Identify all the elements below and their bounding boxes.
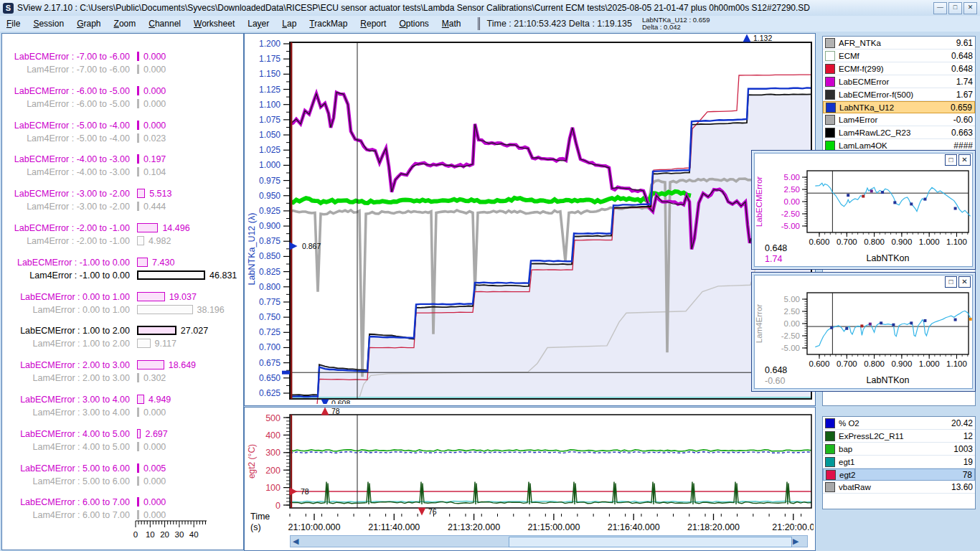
histogram-bin-value: 0.197	[143, 154, 166, 164]
svg-text:LabNTKa_U12 (λ): LabNTKa_U12 (λ)	[247, 213, 257, 286]
scrollbar-thumb[interactable]	[509, 537, 792, 547]
histogram-row-lam: Lam4Error : -4.00 to -3.000.104	[2, 166, 243, 178]
histogram-bin-value: 0.000	[143, 86, 166, 96]
svg-text:40: 40	[189, 530, 199, 539]
channel-value: 13.60	[951, 482, 973, 492]
histogram-bin-label: Lam4Error : 1.00 to 2.00	[2, 339, 130, 349]
svg-text:1.075: 1.075	[259, 115, 281, 125]
menu-lap[interactable]: Lap	[275, 17, 303, 30]
channel-name: LamLam4OK	[839, 141, 953, 150]
channel-name: Lam4Error	[839, 116, 953, 124]
overlay2-close-button[interactable]: ✕	[958, 276, 971, 288]
svg-text:2.50: 2.50	[784, 307, 800, 316]
svg-text:0.800: 0.800	[864, 237, 885, 246]
svg-text:21:15:00.000: 21:15:00.000	[527, 522, 580, 532]
svg-text:0.867: 0.867	[302, 242, 321, 250]
main-chart[interactable]: 1.2001.1751.1501.1251.1001.0751.0501.025…	[245, 34, 814, 404]
channel-name: ECMf	[839, 52, 951, 60]
menu-trackmap[interactable]: TrackMap	[303, 17, 354, 30]
histogram-bar	[137, 360, 164, 369]
menu-zoom[interactable]: Zoom	[108, 17, 143, 30]
scrollbar-right-arrow-icon[interactable]: ▶	[793, 537, 798, 546]
menu-channel[interactable]: Channel	[142, 17, 187, 30]
histogram-row-lam: Lam4Error : -6.00 to -5.000.000	[2, 98, 243, 110]
menu-file[interactable]: File	[0, 17, 27, 30]
overlay-window-lam4error[interactable]: □ ✕ 5.002.500.00-2.50-5.000.6000.7000.80…	[751, 272, 976, 392]
histogram-bar	[137, 270, 205, 280]
histogram-bin-label: LabECMError : 6.00 to 7.00	[2, 497, 130, 507]
sview-application-window: S SView 2.17.10 : C:\Users\Public\Docume…	[0, 0, 980, 551]
menu-layer[interactable]: Layer	[241, 17, 275, 30]
minimize-button[interactable]: —	[933, 2, 947, 14]
menu-math[interactable]: Math	[435, 17, 468, 30]
svg-text:0.700: 0.700	[259, 342, 281, 352]
histogram-bar	[137, 86, 139, 95]
legend-row--o2[interactable]: % O220.42	[823, 417, 975, 430]
menu-options[interactable]: Options	[392, 17, 435, 30]
histogram-bin-value: 5.513	[149, 189, 171, 199]
histogram-bar	[137, 463, 139, 473]
overlay1-close-button[interactable]: ✕	[958, 154, 971, 166]
histogram-bar	[137, 133, 139, 143]
channel-name: Lam4RawL2C_R23	[839, 128, 951, 137]
histogram-bin-value: 0.000	[143, 497, 166, 507]
histogram-row-ecm: LabECMError : 3.00 to 4.004.949	[2, 394, 243, 405]
histogram-row-lam: Lam4Error : -2.00 to -1.004.982	[2, 235, 243, 247]
overlay-window-labecmerror[interactable]: □ ✕ 5.002.500.00-2.50-5.000.6000.7000.80…	[751, 150, 976, 270]
legend-row-labntka-u12[interactable]: LabNTKa_U120.659	[823, 101, 975, 113]
histogram-bin-value: 0.444	[143, 202, 166, 212]
legend-row-vbatraw[interactable]: vbatRaw13.60	[823, 481, 975, 494]
labecmerror-vs-labntkon-chart[interactable]: 5.002.500.00-2.50-5.000.6000.7000.8000.9…	[755, 154, 974, 266]
channel-color-swatch	[825, 457, 835, 467]
legend-row-egt1[interactable]: egt119	[823, 456, 975, 468]
close-button[interactable]: ✕	[963, 2, 977, 14]
lam4error-vs-labntkon-chart[interactable]: 5.002.500.00-2.50-5.000.6000.7000.8000.9…	[755, 276, 974, 388]
svg-text:0.00: 0.00	[784, 319, 800, 328]
legend-row-bap[interactable]: bap1003	[823, 443, 975, 456]
overlay1-maximize-button[interactable]: □	[945, 154, 957, 166]
histogram-bin-value: 19.037	[169, 292, 197, 302]
legend-row-ecmf-f-299-[interactable]: ECMf-f(299)0.648	[823, 62, 975, 75]
histogram-row-ecm: LabECMError : -1.00 to 0.007.430	[2, 257, 243, 268]
overlay2-maximize-button[interactable]: □	[945, 276, 957, 288]
main-chart-panel[interactable]: 1.2001.1751.1501.1251.1001.0751.0501.025…	[244, 33, 816, 406]
legend-row-egt2[interactable]: egt278	[823, 468, 975, 481]
legend-row-lam4error[interactable]: Lam4Error-0.60	[823, 113, 975, 126]
histogram-bin-label: LabECMError : 0.00 to 1.00	[2, 292, 130, 302]
legend-row-labecmerror-f-500-[interactable]: LabECMError-f(500)1.67	[823, 88, 975, 101]
histogram-row-ecm: LabECMError : -2.00 to -1.0014.496	[2, 222, 243, 234]
menu-graph[interactable]: Graph	[70, 17, 107, 30]
svg-text:0.700: 0.700	[837, 237, 857, 246]
time-scrollbar[interactable]: ◀ ▶	[290, 535, 808, 547]
restore-button[interactable]: □	[948, 2, 962, 14]
egt-chart[interactable]: 5004003002001000egt2 (°C)21:10:00.00021:…	[245, 408, 814, 534]
svg-text:1.100: 1.100	[946, 237, 967, 246]
bottom-chart-panel[interactable]: 5004003002001000egt2 (°C)21:10:00.00021:…	[244, 407, 816, 551]
histogram-row-lam: Lam4Error : 1.00 to 2.009.117	[2, 338, 243, 349]
histogram-bar	[137, 373, 139, 382]
menu-worksheet[interactable]: Worksheet	[187, 17, 241, 30]
legend-row-expressl2c-r11[interactable]: ExPressL2C_R1112	[823, 430, 975, 443]
menu-session[interactable]: Session	[27, 17, 70, 30]
histogram-axis: 010203040	[133, 519, 240, 545]
svg-text:1.050: 1.050	[259, 130, 281, 140]
histogram-bar	[137, 395, 144, 404]
menu-report[interactable]: Report	[354, 17, 392, 30]
svg-text:21:11:40.000: 21:11:40.000	[368, 522, 420, 532]
channel-color-swatch	[825, 90, 835, 100]
legend-row-afr-ntka[interactable]: AFR_NTKa9.61	[823, 37, 975, 50]
histogram-bin-label: LabECMError : -5.00 to -4.00	[2, 121, 130, 131]
legend-row-ecmf[interactable]: ECMf0.648	[823, 50, 975, 62]
histogram-bin-value: 0.302	[143, 373, 166, 383]
histogram-bin-label: Lam4Error : 6.00 to 7.00	[2, 510, 130, 520]
channel-color-swatch	[825, 64, 835, 74]
svg-text:0.900: 0.900	[892, 237, 913, 246]
svg-text:-2.50: -2.50	[781, 209, 800, 218]
legend-row-lam4rawl2c-r23[interactable]: Lam4RawL2C_R230.663	[823, 126, 975, 139]
scrollbar-left-arrow-icon[interactable]: ◀	[293, 537, 298, 546]
histogram-row-ecm: LabECMError : 1.00 to 2.0027.027	[2, 325, 243, 336]
svg-text:0.800: 0.800	[864, 359, 885, 368]
svg-text:300: 300	[265, 448, 281, 458]
legend-row-labecmerror[interactable]: LabECMError1.74	[823, 75, 975, 88]
histogram-bar	[137, 429, 141, 438]
